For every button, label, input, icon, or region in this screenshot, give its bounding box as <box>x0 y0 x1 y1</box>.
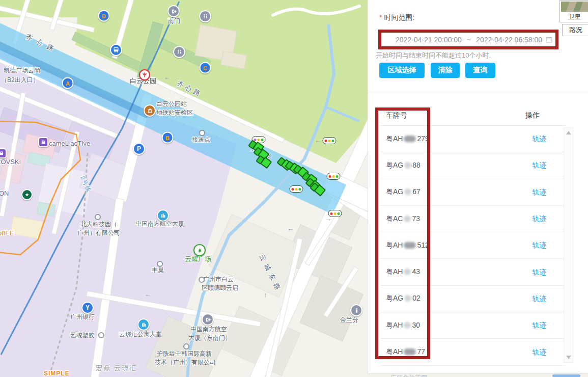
scroll-up-arrow-icon[interactable] <box>566 131 571 134</box>
table-row: 粤AG67轨迹 <box>380 179 566 206</box>
trajectory-link[interactable]: 轨迹 <box>533 214 547 223</box>
action-cell: 轨迹 <box>513 134 566 144</box>
trajectory-link[interactable]: 轨迹 <box>533 134 547 143</box>
plaza-tree-icon[interactable] <box>193 244 206 256</box>
traffic-light-icon <box>290 185 303 193</box>
plate-table-body: 粤AH279轨迹粤AG88轨迹粤AG67轨迹粤AC73轨迹粤AH512轨迹粤AH… <box>380 126 566 366</box>
poi-dot[interactable] <box>157 261 163 267</box>
poi-dot[interactable] <box>183 343 189 349</box>
poi-label: 接送点 <box>192 136 210 144</box>
shop-bag-icon[interactable] <box>38 137 48 147</box>
poi-label: 白云公园站 <box>156 100 187 109</box>
poi-label: 广州银行 <box>70 313 95 321</box>
poi-label: 技术（广州）有限公司 <box>155 358 216 367</box>
road-direction-arrow: ← <box>145 290 151 298</box>
building-icon[interactable] <box>137 318 150 331</box>
poi-dot[interactable] <box>199 130 205 136</box>
plate-mask <box>404 216 411 222</box>
metro-exit-icon[interactable] <box>167 5 180 17</box>
metro-station-icon[interactable] <box>139 69 150 80</box>
traffic-light-icon <box>323 137 337 144</box>
plate-mask <box>404 242 416 249</box>
table-row: 粤AH30轨迹 <box>380 312 566 339</box>
table-scrollbar[interactable] <box>564 127 573 363</box>
restroom-icon[interactable] <box>173 46 185 58</box>
security-check-icon[interactable] <box>144 104 156 117</box>
table-row: 粤AH43轨迹 <box>380 259 566 285</box>
area-select-button[interactable]: 区域选择 <box>379 63 425 78</box>
table-row: 粤AG88轨迹 <box>380 152 566 179</box>
under-panel-map-sliver: 广信金兰花园 <box>368 373 588 377</box>
bank-icon[interactable]: ¥ <box>81 302 94 314</box>
restroom-icon[interactable] <box>199 10 211 22</box>
poi-label: 广州）有限公司 <box>77 229 120 237</box>
poi-label: ON <box>0 190 9 197</box>
trajectory-link[interactable]: 轨迹 <box>533 161 547 169</box>
stop-marker-b[interactable]: B <box>162 132 174 144</box>
plate-mask <box>404 348 416 355</box>
poi-label: 大厦（东南门） <box>188 334 231 342</box>
trajectory-link[interactable]: 轨迹 <box>533 268 547 276</box>
date-separator: ~ <box>467 36 471 44</box>
trajectory-link[interactable]: 轨迹 <box>533 188 547 196</box>
required-mark: * <box>379 13 382 21</box>
app-window: 齐心路齐心路齐心路云城东路2号线凯德广场云尚（B2出入口）cameL acTIv… <box>0 0 588 377</box>
satellite-layer-toggle[interactable]: 卫星 <box>559 0 588 22</box>
poi-label: 广州市白云 <box>203 275 234 284</box>
poi-label: 金兰分 <box>340 316 358 325</box>
poi-dot[interactable] <box>199 277 205 283</box>
poi-label: 丰巢 <box>152 266 164 275</box>
shop-bag-icon[interactable] <box>0 148 7 158</box>
action-column-header: 操作 <box>525 111 540 120</box>
plate-number: 粤AH512 <box>380 241 513 250</box>
poi-label: 南门 <box>168 17 180 25</box>
scroll-down-arrow-icon[interactable] <box>566 356 571 359</box>
poi-label: 宏鼎·云璟汇 <box>96 364 137 373</box>
satellite-label: 卫星 <box>560 12 588 21</box>
trajectory-link[interactable]: 轨迹 <box>533 348 547 356</box>
plate-mask <box>404 162 411 169</box>
query-panel: *时间范围: 2022-04-21 20:00:00 ~ 2022-04-22 … <box>368 0 588 374</box>
faint-map-label: 广信金兰花园 <box>390 373 427 377</box>
bus-stop-icon[interactable] <box>110 44 122 56</box>
poi-icon[interactable] <box>350 304 362 316</box>
faint-map-shape <box>552 374 580 377</box>
clear-button[interactable]: 清除 <box>431 63 460 78</box>
poi-label: ROVSKI <box>0 158 21 166</box>
poi-dot[interactable] <box>98 332 104 338</box>
stop-marker-c[interactable]: C <box>200 62 211 74</box>
stop-marker-a[interactable]: A <box>62 77 74 89</box>
road-direction-arrow: ← <box>164 73 171 81</box>
plate-number: 粤AH279 <box>380 134 513 144</box>
parking-icon[interactable]: P <box>133 143 145 155</box>
road-direction-arrow: ← <box>315 137 321 144</box>
starbucks-icon[interactable]: ★ <box>21 189 33 200</box>
date-range-input[interactable]: 2022-04-21 20:00:00 ~ 2022-04-22 06:58:0… <box>382 33 556 46</box>
satellite-thumbnail <box>561 2 588 12</box>
building-icon[interactable] <box>157 209 169 222</box>
poi-label: 云璟汇公寓大堂 <box>119 330 162 339</box>
table-row: 粤AH77轨迹 <box>380 339 566 365</box>
plate-number: 粤AH30 <box>380 321 513 330</box>
stop-marker-d[interactable]: D <box>98 10 110 22</box>
action-cell: 轨迹 <box>513 320 566 330</box>
action-cell: 轨迹 <box>513 240 566 250</box>
trajectory-link[interactable]: 轨迹 <box>533 241 547 249</box>
traffic-layer-toggle[interactable]: 路况 <box>562 24 588 36</box>
calendar-icon[interactable] <box>546 36 552 44</box>
query-button[interactable]: 查询 <box>465 63 495 78</box>
metro-exit-icon[interactable] <box>202 313 214 326</box>
poi-label: 北大科技园（ <box>80 220 117 229</box>
plate-number: 粤AG02 <box>380 294 513 303</box>
trajectory-link[interactable]: 轨迹 <box>533 294 547 303</box>
traffic-light-icon <box>328 210 342 217</box>
plate-mask <box>404 188 411 195</box>
date-start: 2022-04-21 20:00:00 <box>396 36 462 44</box>
time-range-label: *时间范围: <box>379 13 414 22</box>
poi-label: 护肤龄中韩国际高新 <box>157 349 212 358</box>
poi-label: 中国南方航空 <box>190 325 227 334</box>
poi-label: （B2出入口） <box>1 76 39 85</box>
trajectory-link[interactable]: 轨迹 <box>533 321 547 329</box>
date-end: 2022-04-22 06:58:00 <box>476 36 542 44</box>
poi-dot[interactable] <box>95 214 101 220</box>
